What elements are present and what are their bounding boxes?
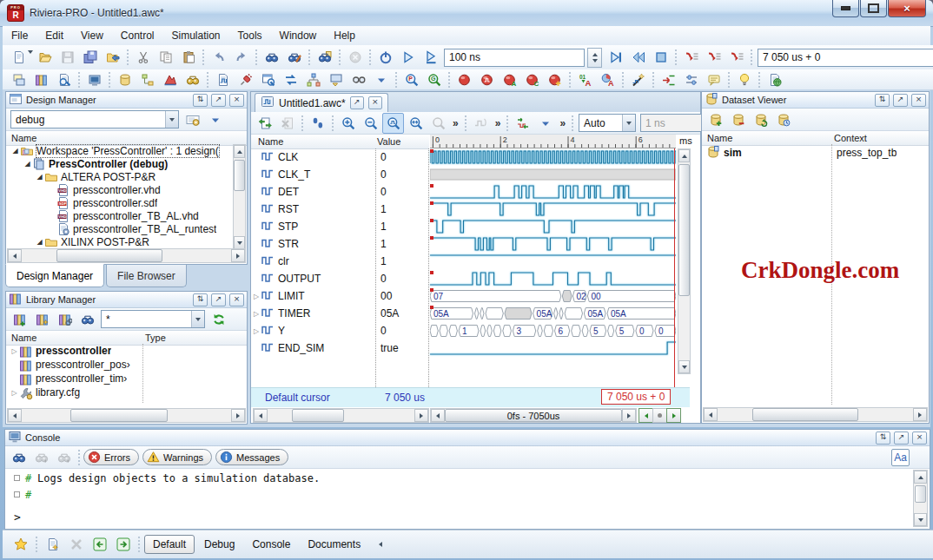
wave-row-str[interactable] bbox=[430, 235, 676, 253]
signal-row-clr[interactable]: clr bbox=[251, 253, 375, 270]
signal-row-end_sim[interactable]: END_SIM bbox=[251, 339, 375, 357]
menu-window[interactable]: Window bbox=[271, 27, 326, 44]
coverage-icon[interactable] bbox=[159, 70, 181, 89]
breakpoint-add-icon[interactable] bbox=[544, 70, 566, 89]
collapse-left-icon[interactable] bbox=[379, 542, 382, 547]
delete-perspective-icon[interactable] bbox=[65, 534, 87, 555]
more-buttons-chevron[interactable]: » bbox=[493, 117, 504, 129]
expand-arrow-icon[interactable]: ◢ bbox=[23, 160, 32, 168]
cursor-info-row[interactable]: Default cursor 7 050 us 7 050 us + 0 bbox=[251, 387, 690, 407]
tree-item[interactable]: SDFpresscontroller.sdf bbox=[7, 196, 235, 209]
center-cursor-button[interactable] bbox=[652, 408, 667, 423]
perspective-tab-console[interactable]: Console bbox=[244, 536, 298, 553]
wave-row-rst[interactable] bbox=[430, 201, 676, 218]
time-hscroll[interactable]: 0fs - 7050us bbox=[430, 408, 637, 423]
export-files-icon[interactable] bbox=[102, 47, 123, 68]
preferences-icon[interactable] bbox=[680, 70, 702, 89]
wave-row-output[interactable] bbox=[430, 270, 676, 287]
watch-list-icon[interactable] bbox=[257, 70, 279, 89]
waveform-canvas[interactable]: 07020005A05A05A05A1365500 bbox=[430, 148, 676, 387]
waveform-document-tab[interactable]: Untitled1.awc* ↗ × bbox=[255, 93, 388, 112]
zoom-cursor-icon[interactable] bbox=[427, 113, 449, 134]
signal-row-timer[interactable]: ▷TIMER bbox=[251, 305, 375, 322]
step-over-icon[interactable] bbox=[605, 47, 626, 68]
expand-arrow-icon[interactable]: ▷ bbox=[251, 327, 261, 335]
caret-down-icon[interactable] bbox=[534, 113, 556, 134]
combo-box[interactable]: * bbox=[101, 310, 205, 328]
breakpoint-icon[interactable] bbox=[453, 70, 475, 89]
radix-binary-icon[interactable]: 01A bbox=[574, 70, 596, 89]
radix-analog-icon[interactable]: A bbox=[597, 70, 619, 89]
copy-icon[interactable] bbox=[155, 47, 176, 68]
tree-item[interactable]: ◢XILINX POST-P&R bbox=[7, 235, 235, 248]
doc-globe-icon[interactable] bbox=[764, 70, 785, 89]
wave-row-timer[interactable]: 05A05A05A05A bbox=[430, 305, 676, 322]
stop-find-icon[interactable] bbox=[344, 47, 366, 68]
library-item[interactable]: ▷library.cfg bbox=[7, 385, 245, 399]
undo-icon[interactable] bbox=[208, 47, 229, 68]
toolbar-field[interactable]: 100 ns bbox=[444, 49, 585, 67]
spinner-control[interactable] bbox=[587, 48, 602, 68]
data-transfer-icon[interactable] bbox=[280, 70, 301, 89]
doc-find-icon[interactable] bbox=[53, 70, 75, 89]
expand-arrow-icon[interactable]: ▷ bbox=[10, 347, 19, 355]
tree-item[interactable]: VHDpresscontroller_TB_AL.vhd bbox=[7, 209, 235, 222]
filter-warnings-toggle[interactable]: Warnings bbox=[142, 449, 212, 465]
tip-bulb-icon[interactable] bbox=[733, 70, 755, 89]
font-toggle-button[interactable]: Aa bbox=[891, 449, 910, 466]
power-icon[interactable] bbox=[374, 47, 396, 68]
library-tree-hscroll[interactable] bbox=[7, 408, 246, 423]
run-all-icon[interactable] bbox=[420, 47, 441, 68]
tab-file-browser[interactable]: File Browser bbox=[106, 265, 187, 287]
find-icon[interactable] bbox=[8, 447, 30, 468]
time-range[interactable]: 0fs - 7050us bbox=[445, 409, 622, 422]
library-item[interactable]: ▷presscontroller bbox=[7, 344, 245, 358]
breakpoint-a-icon[interactable]: A bbox=[499, 70, 520, 89]
autohide-button[interactable]: ⇅ bbox=[875, 94, 890, 107]
dataset-reload-icon[interactable] bbox=[750, 109, 771, 130]
compare-waveform-icon[interactable] bbox=[470, 113, 492, 134]
find-icon[interactable] bbox=[261, 47, 282, 68]
chevron-down-icon[interactable] bbox=[28, 54, 33, 62]
signal-row-output[interactable]: OUTPUT bbox=[251, 270, 375, 287]
search-gold-icon[interactable] bbox=[182, 70, 203, 89]
new-document-icon[interactable] bbox=[8, 47, 30, 68]
nav-forward-icon[interactable] bbox=[112, 534, 134, 555]
menu-simulation[interactable]: Simulation bbox=[163, 27, 229, 44]
console-output[interactable]: #Logs design objects to a simulation dat… bbox=[5, 470, 914, 503]
find-icon[interactable] bbox=[76, 309, 98, 330]
wave-row-limit[interactable]: 070200 bbox=[430, 287, 676, 305]
close-panel-button[interactable]: × bbox=[911, 94, 926, 107]
library-item[interactable]: presscontroller_tim› bbox=[7, 372, 245, 385]
export-waveform-icon[interactable] bbox=[254, 113, 275, 134]
expand-arrow-icon[interactable]: ▷ bbox=[251, 310, 261, 318]
float-button[interactable]: ↗ bbox=[211, 94, 226, 107]
inspect-glasses-icon[interactable] bbox=[347, 70, 369, 89]
menu-control[interactable]: Control bbox=[112, 27, 163, 44]
maximize-button[interactable] bbox=[860, 0, 887, 17]
more-buttons-chevron[interactable]: » bbox=[450, 117, 461, 129]
wave-wizard-icon[interactable] bbox=[627, 70, 649, 89]
zoom-fit-icon[interactable] bbox=[382, 113, 404, 134]
redo-icon[interactable] bbox=[230, 47, 252, 68]
perspective-tab-documents[interactable]: Documents bbox=[300, 536, 368, 553]
tree-item[interactable]: presscontroller_TB_AL_runtest bbox=[7, 222, 235, 235]
signal-row-clk[interactable]: CLK bbox=[251, 148, 375, 166]
menu-tools[interactable]: Tools bbox=[229, 27, 271, 44]
filter-errors-toggle[interactable]: Errors bbox=[83, 449, 139, 465]
connections-icon[interactable] bbox=[235, 70, 256, 89]
console-prompt[interactable]: > bbox=[14, 511, 21, 524]
float-button[interactable]: ↗ bbox=[211, 293, 226, 306]
zoom-in-icon[interactable] bbox=[337, 113, 359, 134]
footsteps-icon[interactable] bbox=[307, 113, 328, 134]
design-tree-vscroll[interactable] bbox=[233, 144, 246, 250]
wave-row-stp[interactable] bbox=[430, 218, 676, 235]
menu-help[interactable]: Help bbox=[325, 27, 364, 44]
zoom-global-icon[interactable]: G bbox=[423, 70, 445, 89]
dataset-add-icon[interactable] bbox=[705, 109, 726, 130]
chevron-down-icon[interactable] bbox=[622, 115, 635, 131]
titlebar[interactable]: PRO R Riviera-PRO - Untitled1.awc* × bbox=[0, 0, 933, 27]
wave-row-end_sim[interactable] bbox=[430, 339, 676, 357]
close-panel-button[interactable]: × bbox=[229, 293, 244, 306]
cut-icon[interactable] bbox=[132, 47, 154, 68]
